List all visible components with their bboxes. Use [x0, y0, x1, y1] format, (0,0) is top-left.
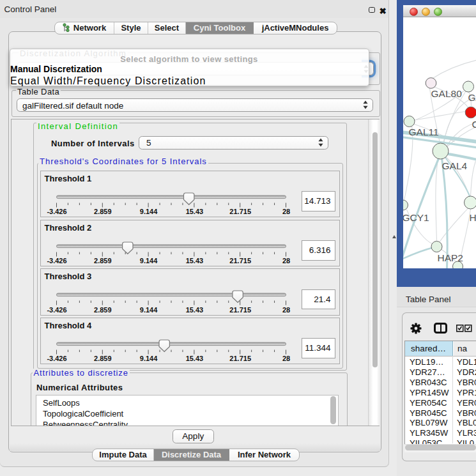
svg-text:GA: GA: [468, 92, 476, 103]
svg-text:C: C: [472, 119, 476, 130]
svg-text:HAP2: HAP2: [438, 252, 464, 263]
svg-text:H: H: [470, 212, 476, 223]
svg-text:GCY1: GCY1: [403, 212, 429, 223]
svg-text:GAL11: GAL11: [409, 127, 439, 137]
svg-text:GAL80: GAL80: [431, 88, 463, 99]
svg-text:GAL4: GAL4: [442, 160, 468, 171]
